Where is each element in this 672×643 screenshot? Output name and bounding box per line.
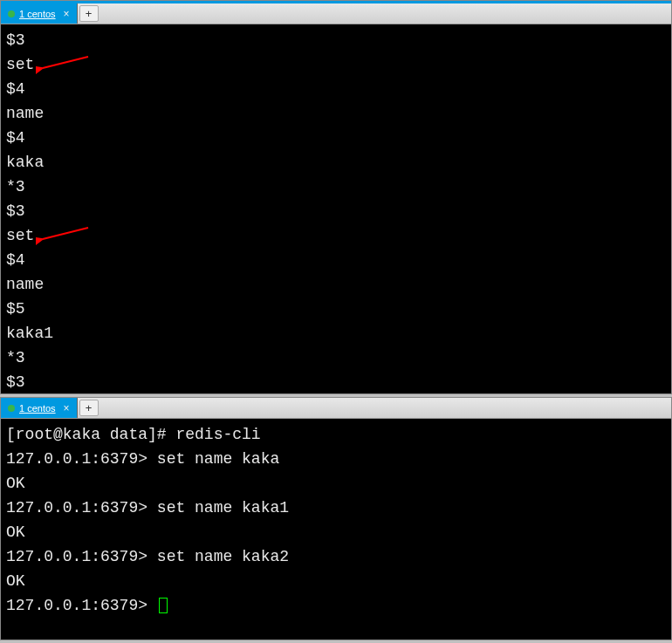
svg-line-1 [43,57,88,68]
svg-line-3 [43,228,88,239]
add-tab-button[interactable]: + [79,5,99,22]
terminal-output[interactable]: $3 set $4 name $4 kaka *3 $3 set [1,24,671,398]
tab-bar: 1 centos × + [1,398,671,419]
output-line: $5 [6,297,666,321]
output-line: $4 [6,248,666,272]
output-line: name [6,101,666,126]
cursor-icon [159,598,168,613]
output-line: $4 [6,126,666,150]
tab-centos[interactable]: 1 centos × [1,3,78,24]
bottom-terminal-window: 1 centos × + [root@kaka data]# redis-cli… [0,397,672,640]
output-line: kaka1 [6,321,666,345]
output-line: kaka [6,150,666,174]
output-line: $3 [6,28,666,52]
close-icon[interactable]: × [64,8,70,20]
output-line-annotated: set [6,223,666,248]
terminal-output[interactable]: [root@kaka data]# redis-cli 127.0.0.1:63… [1,419,671,621]
redis-response-line: OK [6,520,666,544]
redis-cmd-line: 127.0.0.1:6379> set name kaka2 [6,544,666,569]
shell-prompt-line: [root@kaka data]# redis-cli [6,422,666,447]
output-line: *3 [6,174,666,199]
tab-bar: 1 centos × + [1,3,671,24]
output-line: set [6,223,34,248]
tab-centos[interactable]: 1 centos × [1,398,78,418]
output-line: $4 [6,77,666,101]
redis-prompt-current: 127.0.0.1:6379> [6,593,666,618]
redis-response-line: OK [6,569,666,593]
add-tab-button[interactable]: + [79,400,99,416]
arrow-annotation-icon [36,54,97,75]
redis-cmd-line: 127.0.0.1:6379> set name kaka [6,447,666,471]
tab-label: 1 centos [19,403,56,414]
redis-cmd-line: 127.0.0.1:6379> set name kaka1 [6,496,666,520]
output-line-annotated: set [6,52,666,77]
output-line: $3 [6,370,666,394]
connection-status-icon [8,10,15,17]
output-line: *3 [6,345,666,370]
close-icon[interactable]: × [64,402,70,414]
output-line: $3 [6,199,666,223]
redis-response-line: OK [6,471,666,496]
connection-status-icon [8,405,15,412]
output-line: set [6,52,34,77]
output-line: name [6,272,666,297]
tab-label: 1 centos [19,9,56,19]
top-terminal-window: 1 centos × + $3 set $4 name $4 kaka *3 $… [0,0,672,394]
arrow-annotation-icon [36,225,97,246]
